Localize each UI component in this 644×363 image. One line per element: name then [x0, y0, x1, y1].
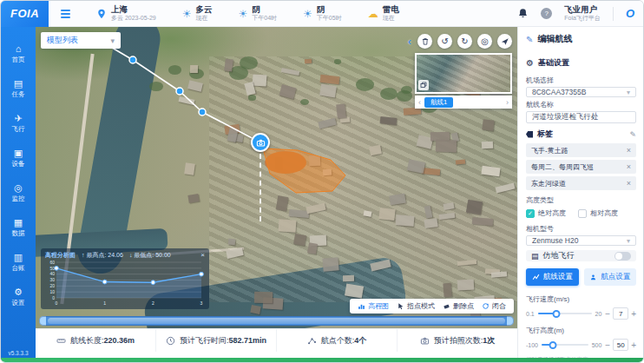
pager-prev-icon[interactable]: ‹ [418, 98, 421, 107]
tag-label: 飞手-黄土路 [531, 146, 568, 155]
edit-route-panel: ✎ 编辑航线 ⚙ 基础设置 机场选择 8C8CAA37355B ▾ 航线名称 河… [517, 27, 644, 360]
map-mode-闭合[interactable]: 闭合 [482, 301, 506, 311]
brand-mark-icon[interactable]: O [626, 7, 634, 20]
brand-logo[interactable]: FOIA [1, 1, 49, 27]
map-mode-高程图[interactable]: 高程图 [358, 301, 389, 311]
storm-cloud-icon: ☁ [368, 9, 378, 19]
waypoint-settings-tab[interactable]: 航点设置 [584, 268, 637, 286]
route-chip[interactable]: 航线1 [424, 97, 453, 108]
checkbox-icon [578, 209, 587, 218]
help-icon[interactable]: ? [541, 8, 552, 19]
sidebar-item-设备[interactable]: ▣设备 [1, 147, 36, 170]
waypoint-marker[interactable] [199, 109, 206, 116]
altitude-plus-button[interactable]: + [631, 340, 636, 350]
forecast-label: 阴 [252, 5, 277, 15]
stat-航线长度: 航线长度:220.36m [36, 329, 156, 352]
height-option-label: 绝对高度 [538, 208, 566, 218]
chart-close-icon[interactable]: × [200, 251, 205, 260]
forecast-item: ☀阴下午04时 [239, 5, 278, 22]
timeline-scrollbar[interactable] [39, 316, 514, 326]
tag-remove-icon[interactable]: × [627, 162, 631, 171]
altitude-minus-button[interactable]: − [605, 340, 610, 350]
sidebar-item-设置[interactable]: ⚙设置 [1, 286, 36, 309]
altitude-slider-row: -100 500 − 50 + [526, 339, 636, 351]
sidebar-item-任务[interactable]: ▤任务 [1, 77, 36, 101]
forecast-item: ☀多云现在 [182, 5, 213, 22]
height-option-相对高度[interactable]: 相对高度 [578, 208, 618, 218]
waypoint-marker[interactable] [129, 56, 136, 63]
elevation-chart-title: 高程分析图 [45, 252, 76, 259]
stat-label: 航线长度: [70, 336, 104, 345]
elevation-point[interactable] [151, 280, 155, 284]
sidebar-item-台账[interactable]: ▥台账 [1, 251, 36, 274]
menu-icon[interactable] [61, 10, 70, 18]
map-canvas[interactable]: 模型列表 ▾ ‹ ↺↻◎ ‹ 航线1 › 高程分析图 ↑ 最高点: 24.06 … [36, 27, 517, 328]
elevation-point[interactable] [200, 272, 204, 276]
terrain-follow-row: ▤ 仿地飞行 [526, 250, 636, 261]
sidebar-item-监控[interactable]: ◎监控 [1, 182, 36, 205]
sidebar-item-数据[interactable]: ▦数据 [1, 216, 36, 240]
forecast-sub: 下午04时 [252, 15, 277, 22]
undo-icon[interactable]: ↺ [437, 34, 452, 49]
minimap-texture [417, 55, 510, 92]
layers-icon[interactable] [418, 80, 429, 90]
elevation-point[interactable] [102, 280, 107, 284]
svg-text:30: 30 [49, 277, 55, 282]
route-settings-tab[interactable]: 航线设置 [526, 268, 579, 286]
stat-value: 4个 [354, 336, 366, 345]
route-name-input[interactable]: 河道垃圾巡检飞行处 [526, 111, 636, 123]
divider [613, 7, 614, 21]
model-list-dropdown[interactable]: 模型列表 ▾ [41, 32, 121, 49]
minimap[interactable] [415, 53, 512, 94]
waypoint-marker[interactable] [176, 88, 183, 95]
scrollbar-handle[interactable] [48, 318, 505, 324]
map-mode-指点模式[interactable]: 指点模式 [397, 301, 435, 311]
edit-tags-icon[interactable]: ✎ [629, 130, 636, 139]
pager-next-icon[interactable]: › [506, 98, 509, 107]
altitude-max: 500 [592, 342, 602, 348]
forecast-text: 多云现在 [196, 5, 213, 22]
elevation-point[interactable] [55, 266, 59, 270]
altitude-value[interactable]: 50 [613, 339, 628, 351]
tag-remove-icon[interactable]: × [627, 146, 631, 155]
user-account[interactable]: 飞业用户 Foia飞行平台 [564, 5, 601, 22]
speed-slider[interactable] [538, 313, 592, 314]
height-option-绝对高度[interactable]: ✓绝对高度 [526, 208, 566, 218]
stats-bar: 航线长度:220.36m预计飞行时间:582.71min航点个数:4个预计拍照次… [36, 328, 517, 352]
elevation-max: ↑ 最高点: 24.06 [82, 252, 123, 259]
terrain-follow-toggle[interactable] [614, 252, 631, 261]
camera-waypoint-marker[interactable] [251, 133, 270, 152]
sidebar-item-飞行[interactable]: ✈飞行 [1, 112, 36, 135]
stat-value: 220.36m [103, 336, 135, 345]
tags-list: 飞手-黄土路×每周二、每周四飞巡×东走河绿道× [526, 143, 636, 193]
trash-icon[interactable] [417, 34, 432, 49]
stat-value: 582.71min [228, 336, 266, 345]
checkbox-icon: ✓ [526, 209, 535, 218]
bell-icon[interactable] [517, 8, 529, 19]
survey-area-polygon[interactable] [263, 148, 345, 193]
sidebar-item-首页[interactable]: ⌂首页 [1, 43, 36, 66]
refresh-icon[interactable]: ↻ [457, 34, 472, 49]
map-mode-删除点[interactable]: 删除点 [443, 301, 474, 311]
tag-remove-icon[interactable]: × [627, 179, 631, 188]
stat-text: 预计飞行时间:582.71min [180, 335, 266, 346]
chevron-down-icon: ▾ [627, 237, 630, 245]
speed-slider-row: 0.1 20 − 7 + [526, 307, 636, 320]
device-icon: ▣ [14, 148, 23, 158]
speed-plus-button[interactable]: + [631, 309, 636, 319]
speed-minus-button[interactable]: − [605, 309, 610, 319]
locate-icon[interactable]: ◎ [477, 34, 492, 49]
collapse-toolbar-icon[interactable]: ‹ [408, 36, 411, 48]
route-pager: ‹ 航线1 › [415, 96, 512, 109]
camera-select[interactable]: Zenmuse H20 ▾ [526, 235, 636, 246]
tag-chip: 东走河绿道× [526, 176, 636, 190]
airport-select[interactable]: 8C8CAA37355B ▾ [526, 87, 636, 97]
speed-value[interactable]: 7 [613, 307, 628, 320]
altitude-slider[interactable] [542, 344, 588, 346]
bottom-accent-bar [1, 358, 644, 362]
map-mode-label: 删除点 [453, 301, 474, 311]
send-icon[interactable] [497, 34, 512, 49]
ruler-icon [56, 336, 66, 346]
stat-label: 航点个数: [321, 336, 355, 345]
city-name: 上海 [111, 5, 156, 15]
